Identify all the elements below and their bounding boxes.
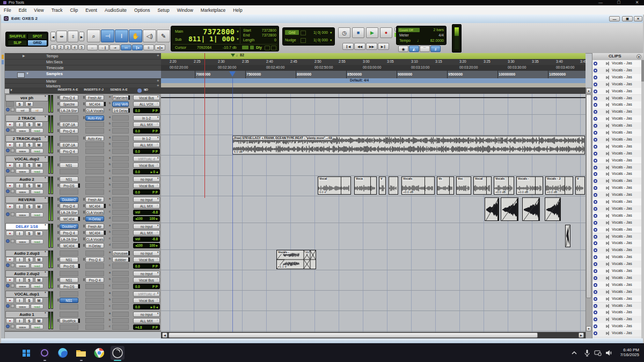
insert-selector-dot[interactable] bbox=[57, 211, 59, 213]
insert-selector-dot[interactable] bbox=[57, 285, 59, 287]
track-input-monitor-button[interactable]: I bbox=[16, 183, 24, 188]
track-automation-icon[interactable] bbox=[6, 128, 10, 132]
tool-button-pencil[interactable]: ✎ bbox=[157, 29, 170, 42]
track-name-dropdown[interactable]: ▼ bbox=[44, 270, 47, 274]
track-input-monitor-button[interactable]: I bbox=[16, 204, 24, 209]
clip-list-item[interactable]: Vocals - Jas bbox=[592, 268, 642, 275]
clip-list-item[interactable]: Vocals - Jas bbox=[592, 233, 642, 241]
insert-slot-empty[interactable] bbox=[85, 169, 104, 174]
track-solo-button[interactable]: S bbox=[25, 318, 33, 323]
clip-list-item[interactable]: Vocals - Jas bbox=[592, 81, 642, 88]
track-name-dropdown[interactable]: ▼ bbox=[44, 223, 47, 226]
io-output-selector[interactable]: ALL MIX bbox=[133, 122, 160, 127]
zoom-preset-3[interactable]: 3 bbox=[64, 45, 71, 50]
insert-button[interactable]: NS1 bbox=[60, 162, 78, 168]
clip-list-item[interactable]: Vocals - Jas bbox=[592, 129, 642, 137]
ruler-view-icon[interactable] bbox=[17, 72, 25, 78]
zoom-right-arrow[interactable]: ▶ bbox=[79, 32, 84, 41]
track-pan-icon[interactable] bbox=[11, 284, 14, 287]
insert-selector-dot[interactable] bbox=[57, 164, 59, 166]
send-slot-empty[interactable] bbox=[112, 169, 129, 174]
insert-slot-empty[interactable] bbox=[85, 284, 104, 289]
clips-scroll-thumb[interactable] bbox=[641, 60, 644, 82]
track-name-dropdown[interactable]: ▼ bbox=[44, 94, 47, 98]
insert-slot-empty[interactable] bbox=[85, 162, 104, 168]
track-view-button[interactable]: wave bbox=[16, 212, 30, 217]
insert-slot-empty[interactable] bbox=[85, 312, 104, 317]
nudge-dropdown[interactable]: ▼ bbox=[330, 39, 332, 42]
zoom-preset-4[interactable]: 4 bbox=[71, 45, 78, 50]
track-record-button[interactable]: ● bbox=[6, 298, 14, 303]
edit-option-mirrored[interactable]: ▿▿ bbox=[121, 45, 131, 50]
io-input-selector[interactable]: no input bbox=[133, 176, 160, 182]
audio-clip-delay[interactable] bbox=[565, 225, 570, 247]
io-volume-display[interactable]: 0.0▸ 0 ◂ bbox=[133, 304, 160, 309]
track-name[interactable]: Audio 2.dup3 bbox=[5, 250, 48, 257]
send-button[interactable]: Long Verb bbox=[112, 101, 129, 107]
io-pan-display[interactable]: ◂100100 ▸ bbox=[133, 216, 160, 221]
clips-panel-menu-icon[interactable]: ▼ bbox=[636, 54, 641, 59]
hscroll-right-arrow[interactable]: ▶ bbox=[579, 333, 584, 338]
send-slot-empty[interactable] bbox=[112, 230, 129, 235]
track-block-vocaldup1[interactable]: VOCAL.dup1▼●ISMwavereadNS1abcVIRTUAL 4▼V… bbox=[1, 290, 161, 311]
insert-slot-empty[interactable] bbox=[85, 189, 104, 195]
track-name[interactable]: 2 TRACK.dup1 bbox=[5, 135, 48, 142]
track-list-dropdown-icon[interactable]: ▼ bbox=[10, 88, 13, 92]
insert-button[interactable]: CLA Vocals bbox=[85, 108, 104, 113]
count-off-button[interactable]: Count Off bbox=[398, 28, 420, 32]
insert-button[interactable]: CLA Vocals bbox=[85, 210, 104, 215]
insert-slot-empty[interactable] bbox=[60, 250, 78, 256]
audio-clip-vocal[interactable] bbox=[389, 176, 398, 195]
edit-option-link-timeline[interactable]: →❙ bbox=[98, 45, 109, 50]
left-strip-icon-2[interactable] bbox=[2, 60, 4, 64]
insert-slot-empty[interactable] bbox=[85, 142, 104, 147]
clip-list-item[interactable]: Vocals - Jas bbox=[592, 67, 642, 75]
tool-button-trim[interactable]: ⊣ bbox=[101, 29, 114, 42]
menu-item-view[interactable]: View bbox=[30, 8, 47, 13]
insert-selector-dot[interactable] bbox=[83, 116, 85, 119]
audio-clip-vocal[interactable]: Voc bbox=[456, 176, 471, 195]
transport-return-to-zero[interactable]: ❙◀ bbox=[342, 43, 354, 50]
insert-button[interactable]: NS1 bbox=[60, 298, 78, 303]
audio-clip-vocal[interactable]: V bbox=[379, 176, 386, 195]
tool-button-zoomer[interactable]: ⌕ bbox=[87, 29, 100, 42]
clip-list-item[interactable]: Vocals - Jas bbox=[592, 323, 642, 330]
io-output-selector[interactable]: ALL VOX bbox=[133, 101, 160, 107]
insert-selector-dot[interactable] bbox=[57, 225, 59, 227]
track-automation-icon[interactable] bbox=[6, 189, 10, 193]
menu-item-event[interactable]: Event bbox=[82, 8, 101, 13]
send-slot-empty[interactable] bbox=[112, 277, 129, 283]
insert-button[interactable]: Pro-Q 4 bbox=[60, 128, 78, 134]
link-icon[interactable] bbox=[250, 46, 254, 49]
send-button[interactable]: dubbler bbox=[112, 257, 129, 262]
insert-selector-dot[interactable] bbox=[83, 225, 85, 227]
mode-button-slip[interactable]: SLIP bbox=[8, 40, 27, 46]
tray-icon-speaker[interactable] bbox=[604, 349, 613, 357]
edit-option-link-track[interactable]: ⇥ bbox=[109, 45, 120, 50]
menu-item-track[interactable]: Track bbox=[48, 8, 67, 13]
insert-button[interactable]: Pro-Q 4 bbox=[85, 277, 104, 283]
send-slot-empty[interactable] bbox=[112, 210, 129, 215]
track-solo-button[interactable]: S bbox=[25, 257, 33, 262]
send-slot-empty[interactable] bbox=[112, 189, 129, 195]
clip-list-item[interactable]: Vocals - Jas bbox=[592, 171, 642, 178]
track-input-monitor-button[interactable]: I bbox=[16, 318, 24, 323]
io-input-selector[interactable]: no input bbox=[133, 224, 160, 229]
left-strip-icon[interactable] bbox=[2, 55, 4, 59]
track-solo-button[interactable]: S bbox=[16, 101, 24, 107]
track-view-button[interactable]: wave bbox=[16, 324, 30, 329]
io-input-selector[interactable]: VIRTUAL 4 bbox=[133, 156, 160, 161]
track-input-monitor-button[interactable]: I bbox=[16, 277, 24, 283]
taskbar-icon-start[interactable] bbox=[19, 346, 33, 360]
io-output-selector[interactable]: Vocal Bus bbox=[133, 298, 160, 303]
send-slot-empty[interactable] bbox=[112, 318, 129, 323]
vscroll-thumb[interactable] bbox=[586, 94, 591, 298]
insert-slot-empty[interactable] bbox=[85, 122, 104, 127]
insert-button[interactable]: Doubler2 bbox=[60, 224, 78, 229]
track-automation-mode-button[interactable]: read bbox=[31, 324, 43, 329]
track-input-monitor-button[interactable]: I bbox=[16, 257, 24, 262]
track-solo-button[interactable]: S bbox=[25, 277, 33, 283]
insert-button[interactable]: EQP-1A bbox=[60, 122, 78, 127]
track-mute-button[interactable]: M bbox=[35, 122, 43, 127]
ruler-add-button[interactable]: + bbox=[157, 53, 159, 58]
